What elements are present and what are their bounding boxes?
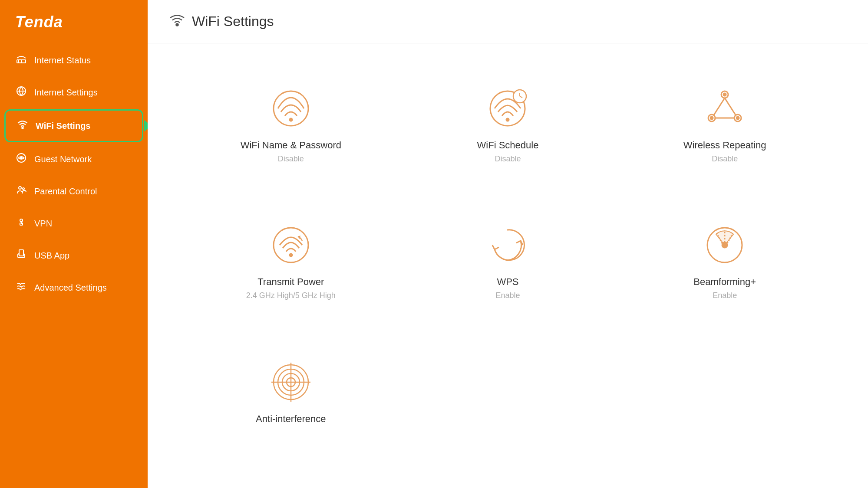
card-wifi-schedule[interactable]: WiFi Schedule Disable (399, 69, 617, 206)
card-wifi-schedule-title: WiFi Schedule (477, 140, 539, 151)
sidebar-item-label: Advanced Settings (34, 283, 107, 293)
vpn-icon (15, 217, 27, 230)
sidebar-item-internet-settings[interactable]: Internet Settings (0, 76, 148, 108)
card-wireless-repeating[interactable]: Wireless Repeating Disable (616, 69, 833, 206)
guest-network-icon (15, 153, 27, 166)
internet-settings-icon (15, 86, 27, 99)
advanced-settings-icon (15, 281, 27, 294)
card-wireless-repeating-status: Disable (712, 154, 738, 164)
sidebar-item-label: Parental Control (34, 187, 97, 197)
svg-point-8 (19, 187, 21, 189)
sidebar-item-internet-status[interactable]: Internet Status (0, 44, 148, 76)
svg-point-5 (22, 128, 23, 129)
svg-point-18 (506, 118, 509, 121)
card-wifi-name-password-title: WiFi Name & Password (241, 140, 341, 151)
svg-point-14 (176, 24, 178, 26)
internet-status-icon (15, 54, 27, 67)
svg-point-29 (710, 117, 713, 119)
svg-point-32 (290, 254, 292, 256)
card-anti-interference[interactable]: Anti-interference (182, 343, 399, 471)
usb-app-icon (15, 249, 27, 262)
svg-point-16 (290, 118, 292, 121)
card-beamforming-status: Enable (713, 291, 737, 300)
svg-point-31 (274, 228, 308, 262)
card-wifi-schedule-status: Disable (495, 154, 521, 164)
card-wifi-name-password-status: Disable (278, 154, 304, 164)
sidebar-item-guest-network[interactable]: Guest Network (0, 143, 148, 175)
svg-point-10 (20, 219, 23, 222)
sidebar-nav: Internet Status Internet Settings (0, 44, 148, 304)
card-anti-interference-title: Anti-interference (256, 413, 326, 425)
sidebar-item-usb-app[interactable]: USB App (0, 239, 148, 272)
card-transmit-power-status: 2.4 GHz High/5 GHz High (246, 291, 336, 300)
sidebar-item-label: Internet Status (34, 56, 91, 66)
card-wifi-name-password[interactable]: WiFi Name & Password Disable (182, 69, 399, 206)
sidebar-item-advanced-settings[interactable]: Advanced Settings (0, 272, 148, 304)
card-transmit-power-title: Transmit Power (257, 276, 324, 288)
wifi-settings-icon (17, 119, 29, 132)
sidebar-item-label: Internet Settings (34, 88, 98, 98)
brand-logo: Tenda (0, 0, 148, 44)
svg-rect-12 (20, 223, 23, 225)
svg-line-26 (725, 98, 736, 115)
card-transmit-power[interactable]: Transmit Power 2.4 GHz High/5 GHz High (182, 206, 399, 343)
page-header: WiFi Settings (148, 0, 868, 43)
sidebar-item-label: VPN (34, 219, 52, 229)
sidebar-item-wifi-settings[interactable]: WiFi Settings (4, 109, 143, 142)
svg-point-9 (23, 188, 24, 190)
card-wireless-repeating-title: Wireless Repeating (683, 140, 766, 151)
card-wps-status: Enable (495, 291, 520, 300)
sidebar: Tenda Internet Status (0, 0, 148, 488)
sidebar-item-label: WiFi Settings (36, 121, 90, 131)
card-wps-title: WPS (497, 276, 518, 288)
svg-rect-13 (19, 250, 23, 256)
svg-point-30 (736, 117, 739, 119)
card-wps[interactable]: WPS Enable (399, 206, 617, 343)
sidebar-item-label: Guest Network (34, 154, 92, 164)
parental-control-icon (15, 185, 27, 198)
page-header-wifi-icon (169, 12, 185, 31)
page-title: WiFi Settings (192, 13, 274, 29)
svg-point-34 (722, 242, 727, 248)
settings-grid: WiFi Name & Password Disable WiFi Schedu… (148, 43, 868, 488)
svg-point-28 (723, 93, 726, 96)
card-beamforming-title: Beamforming+ (693, 276, 756, 288)
svg-point-7 (20, 157, 22, 159)
main-content: WiFi Settings WiFi Name & Password Disab… (148, 0, 868, 488)
svg-line-25 (714, 98, 725, 115)
sidebar-item-parental-control[interactable]: Parental Control (0, 175, 148, 207)
sidebar-item-label: USB App (34, 251, 69, 261)
card-beamforming[interactable]: Beamforming+ Enable (616, 206, 833, 343)
sidebar-item-vpn[interactable]: VPN (0, 207, 148, 239)
